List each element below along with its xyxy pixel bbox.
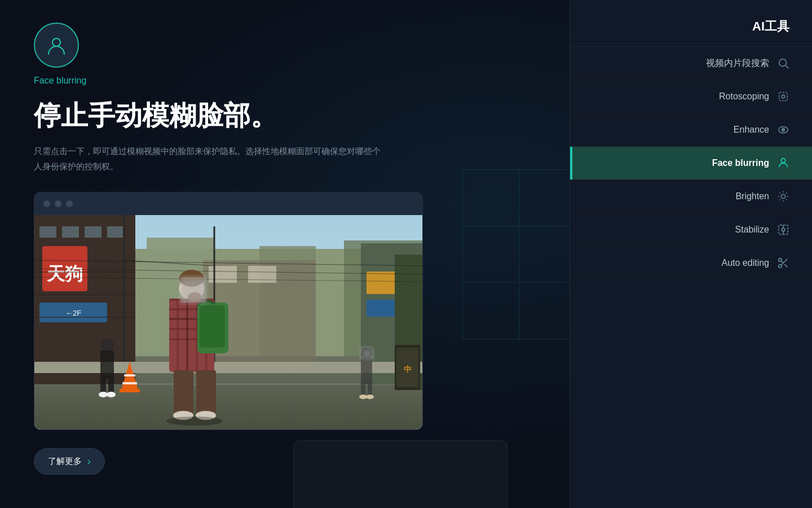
svg-line-94 — [786, 192, 787, 193]
menu-item-label-auto-editing: Auto editing — [721, 258, 769, 268]
svg-rect-20 — [34, 294, 135, 295]
svg-rect-81 — [779, 93, 788, 101]
menu-item-face-blurring[interactable]: Face blurring — [570, 147, 812, 180]
svg-point-86 — [781, 194, 785, 198]
window-dot-2 — [55, 200, 61, 207]
window-dot-3 — [66, 200, 73, 207]
stabilize-icon — [777, 224, 789, 236]
svg-rect-72 — [120, 389, 140, 392]
svg-rect-11 — [39, 226, 56, 238]
menu-item-stabilize[interactable]: Stabilize — [570, 213, 812, 247]
svg-point-99 — [779, 259, 782, 262]
svg-rect-50 — [174, 370, 193, 415]
svg-point-0 — [52, 38, 60, 46]
svg-point-63 — [107, 392, 116, 397]
svg-rect-12 — [62, 226, 79, 238]
svg-line-93 — [779, 199, 780, 200]
svg-point-69 — [366, 395, 374, 399]
search-icon — [777, 57, 789, 69]
svg-rect-14 — [107, 226, 124, 238]
svg-point-100 — [779, 265, 782, 268]
svg-rect-59 — [100, 351, 114, 379]
main-description: 只需点击一下，即可通过模糊视频中的脸部来保护隐私。选择性地模糊面部可确保您对哪些… — [34, 143, 417, 174]
menu-item-label-stabilize: Stabilize — [735, 225, 769, 235]
avatar — [34, 23, 79, 68]
person-icon — [777, 157, 789, 169]
svg-rect-19 — [34, 271, 135, 273]
menu-item-label-video-search: 视频内片段搜索 — [706, 58, 769, 69]
svg-line-103 — [781, 261, 783, 263]
svg-rect-28 — [209, 266, 237, 283]
svg-rect-51 — [196, 370, 216, 415]
svg-point-82 — [782, 95, 785, 98]
svg-line-92 — [786, 199, 787, 200]
svg-point-84 — [782, 129, 785, 132]
menu-item-auto-editing[interactable]: Auto editing — [570, 247, 812, 280]
svg-point-58 — [100, 338, 114, 352]
menu-container: 视频内片段搜索RotoscopingEnhanceFace blurringBr… — [570, 47, 812, 280]
svg-rect-73 — [124, 374, 135, 376]
svg-rect-70 — [361, 348, 373, 360]
window-image: 天狗 ←2F — [34, 215, 422, 430]
scissors-icon — [777, 257, 789, 269]
svg-rect-29 — [248, 266, 276, 283]
learn-more-button[interactable]: 了解更多 › — [34, 448, 105, 475]
main-title: 停止手动模糊脸部。 — [34, 99, 536, 132]
svg-line-102 — [784, 264, 787, 267]
svg-line-91 — [779, 192, 780, 193]
preview-window: 天狗 ←2F — [34, 192, 423, 430]
svg-rect-49 — [200, 305, 225, 348]
svg-text:←2F: ←2F — [65, 309, 81, 317]
menu-item-brighten[interactable]: Brighten — [570, 180, 812, 213]
feature-label: Face blurring — [34, 76, 536, 86]
window-dot-1 — [43, 200, 50, 207]
menu-item-label-rotoscoping: Rotoscoping — [719, 91, 769, 102]
svg-text:天狗: 天狗 — [46, 264, 83, 284]
menu-item-label-enhance: Enhance — [734, 125, 769, 135]
eye-icon — [777, 124, 789, 136]
svg-rect-21 — [34, 317, 135, 318]
menu-item-rotoscoping[interactable]: Rotoscoping — [570, 80, 812, 113]
svg-point-62 — [99, 392, 108, 397]
ai-tools-header: AI工具 — [570, 0, 812, 47]
menu-item-label-brighten: Brighten — [735, 191, 769, 202]
menu-item-enhance[interactable]: Enhance — [570, 113, 812, 147]
sun-icon — [777, 190, 789, 203]
svg-rect-74 — [122, 382, 137, 384]
window-titlebar — [34, 192, 422, 215]
svg-text:中: 中 — [404, 365, 412, 374]
svg-point-78 — [166, 417, 223, 426]
svg-rect-44 — [176, 299, 179, 372]
svg-point-96 — [782, 228, 785, 231]
svg-rect-13 — [85, 226, 102, 238]
svg-rect-65 — [361, 358, 372, 384]
menu-item-label-face-blurring: Face blurring — [712, 158, 769, 168]
learn-more-label: 了解更多 — [48, 456, 82, 467]
menu-item-video-search[interactable]: 视频内片段搜索 — [570, 47, 812, 80]
svg-rect-45 — [186, 299, 188, 372]
right-panel: AI工具 视频内片段搜索RotoscopingEnhanceFace blurr… — [570, 0, 812, 508]
svg-point-85 — [781, 159, 785, 163]
main-content: Face blurring 停止手动模糊脸部。 只需点击一下，即可通过模糊视频中… — [0, 0, 570, 508]
svg-line-80 — [785, 65, 788, 68]
svg-rect-10 — [34, 215, 135, 384]
svg-rect-57 — [180, 277, 206, 303]
rotoscoping-icon — [777, 90, 789, 103]
arrow-icon: › — [87, 456, 91, 467]
svg-point-68 — [359, 395, 367, 399]
